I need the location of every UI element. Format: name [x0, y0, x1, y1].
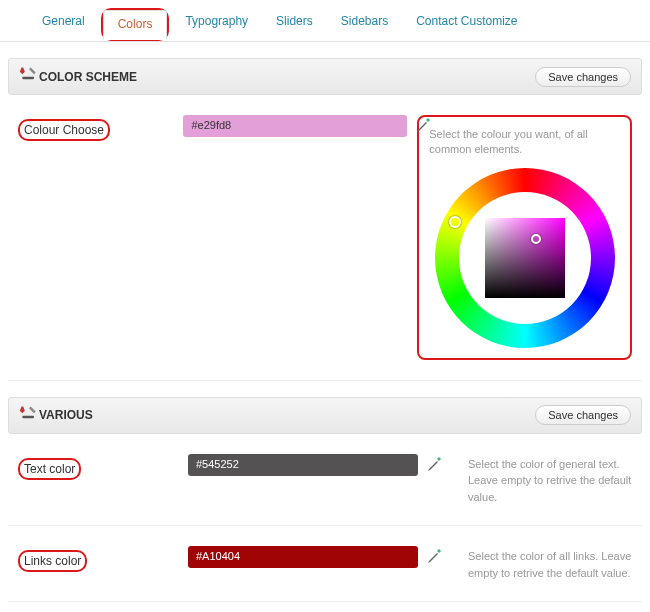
- tools-icon: [19, 404, 39, 427]
- option-label: Links color: [18, 546, 188, 572]
- tab-sidebars[interactable]: Sidebars: [327, 8, 402, 41]
- section-header: COLOR SCHEME Save changes: [8, 58, 642, 95]
- color-input[interactable]: #545252: [188, 454, 418, 476]
- option-links-hover-color: Links hover color #d14007 Select the col…: [8, 602, 642, 612]
- option-help: Select the color of all links. Leave emp…: [468, 546, 632, 581]
- option-help: Select the colour you want, of all commo…: [429, 127, 620, 158]
- eyedropper-icon[interactable]: [426, 548, 442, 567]
- tab-typography[interactable]: Typography: [171, 8, 262, 41]
- label-text: Colour Choose: [18, 119, 110, 141]
- option-colour-choose: Colour Choose #e29fd8 Select the colour …: [8, 95, 642, 381]
- color-input[interactable]: #e29fd8: [183, 115, 407, 137]
- option-text-color: Text color #545252 Select the color of g…: [8, 434, 642, 527]
- tab-bar: General Colors Typography Sliders Sideba…: [0, 0, 650, 42]
- section-title: VARIOUS: [39, 408, 535, 422]
- option-label: Colour Choose: [18, 115, 183, 141]
- tab-colors[interactable]: Colors: [103, 10, 168, 40]
- tab-contact-customize[interactable]: Contact Customize: [402, 8, 531, 41]
- svg-rect-1: [22, 415, 34, 418]
- tab-sliders[interactable]: Sliders: [262, 8, 327, 41]
- section-various: VARIOUS Save changes Text color #545252 …: [8, 397, 642, 612]
- section-title: COLOR SCHEME: [39, 70, 535, 84]
- option-links-color: Links color #A10404 Select the color of …: [8, 526, 642, 602]
- option-label: Text color: [18, 454, 188, 480]
- color-wheel[interactable]: [435, 168, 615, 348]
- save-button[interactable]: Save changes: [535, 405, 631, 425]
- section-color-scheme: COLOR SCHEME Save changes Colour Choose …: [8, 58, 642, 381]
- tools-icon: [19, 65, 39, 88]
- eyedropper-icon[interactable]: [415, 117, 431, 136]
- tab-general[interactable]: General: [28, 8, 99, 41]
- color-input[interactable]: #A10404: [188, 546, 418, 568]
- label-text: Text color: [18, 458, 81, 480]
- label-text: Links color: [18, 550, 87, 572]
- save-button[interactable]: Save changes: [535, 67, 631, 87]
- color-picker[interactable]: Select the colour you want, of all commo…: [417, 115, 632, 360]
- svg-rect-0: [22, 77, 34, 80]
- eyedropper-icon[interactable]: [426, 456, 442, 475]
- section-header: VARIOUS Save changes: [8, 397, 642, 434]
- option-help: Select the color of general text. Leave …: [468, 454, 632, 506]
